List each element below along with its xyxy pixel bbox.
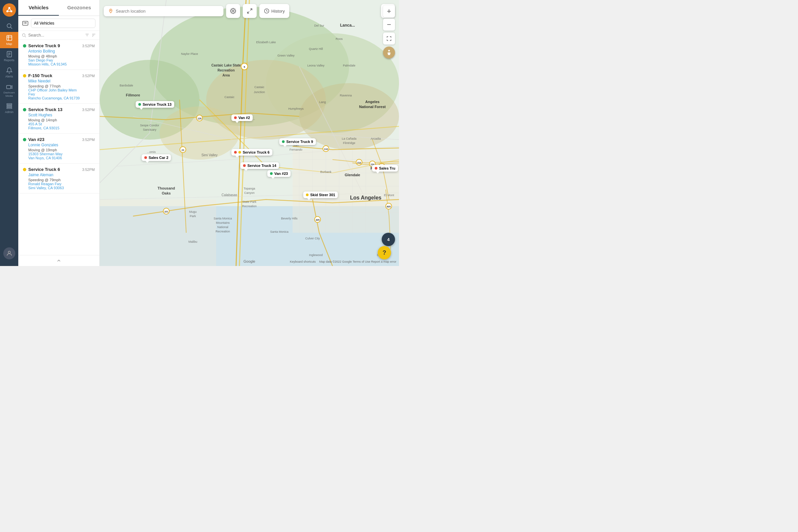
search-icon	[22, 33, 26, 38]
help-button[interactable]: ?	[378, 246, 391, 259]
svg-text:Bardsdale: Bardsdale	[120, 84, 133, 87]
map-marker[interactable]: Sales Tru	[372, 165, 398, 172]
vehicle-status: Moving @ 19mph	[28, 148, 82, 152]
filter-icon[interactable]	[85, 33, 90, 38]
svg-text:Santa Monica: Santa Monica	[270, 230, 288, 233]
marker-dot	[234, 116, 237, 119]
svg-text:Lanca...: Lanca...	[340, 23, 355, 27]
svg-text:101: 101	[164, 210, 168, 213]
svg-text:Naylor Place: Naylor Place	[181, 52, 198, 56]
marker-label: Service Truck 13	[142, 102, 172, 107]
gear-icon	[230, 8, 236, 14]
status-indicator	[23, 108, 26, 111]
svg-text:Roos: Roos	[336, 37, 343, 41]
svg-line-20	[25, 36, 26, 37]
vehicle-list-item[interactable]: Service Truck 13 Scott Hughes Moving @ 1…	[18, 104, 99, 134]
sidebar-item-dashcam[interactable]: Dashcam Media	[0, 81, 18, 100]
map-marker[interactable]: Van #2	[231, 114, 253, 121]
map-marker[interactable]: Service Truck 14	[241, 162, 279, 169]
marker-dot	[144, 156, 147, 159]
notification-count: 4	[387, 237, 390, 242]
driver-name: Jaime Aleman	[28, 173, 82, 177]
status-indicator	[23, 44, 26, 48]
scroll-up-button[interactable]	[18, 255, 99, 266]
svg-text:Los Angeles: Los Angeles	[350, 195, 382, 201]
svg-text:118: 118	[324, 148, 328, 150]
svg-text:405: 405	[316, 219, 320, 221]
map-marker[interactable]: Service Truck 13	[136, 101, 174, 108]
vehicle-list-item[interactable]: Van #23 Lonnie Gonzales Moving @ 19mph 1…	[18, 134, 99, 164]
map-marker[interactable]: Service Truck 6	[231, 149, 272, 156]
svg-line-3	[7, 8, 9, 11]
map-background[interactable]: 5 126 118 23 101 405 210	[100, 0, 399, 266]
status-indicator	[23, 74, 26, 77]
expand-button[interactable]	[243, 4, 257, 18]
sidebar-item-reports[interactable]: Reports	[0, 48, 18, 64]
map-marker[interactable]: Sales Car 2	[141, 154, 171, 161]
vehicle-name: Van #23	[28, 137, 44, 142]
vehicle-search-input[interactable]	[28, 33, 83, 38]
fullscreen-button[interactable]	[383, 33, 395, 44]
vehicle-timestamp: 3:52PM	[82, 137, 95, 160]
sidebar-item-admin[interactable]: Admin	[0, 100, 18, 116]
keyboard-shortcuts[interactable]: Keyboard shortcuts	[290, 260, 316, 263]
user-avatar[interactable]	[3, 247, 15, 259]
svg-text:National: National	[217, 225, 228, 229]
sidebar-bottom	[0, 244, 18, 263]
vehicle-list-item[interactable]: Service Truck 9 Antonio Bolling Moving @…	[18, 40, 99, 70]
svg-text:...omis: ...omis	[147, 150, 156, 154]
svg-line-4	[9, 8, 11, 11]
sidebar-item-alerts[interactable]: Alerts	[0, 64, 18, 81]
svg-text:Fernando: Fernando	[290, 148, 303, 151]
vehicle-address-line2: Rancho Cucamonga, CA 91739	[28, 96, 82, 100]
zoom-out-button[interactable]: −	[383, 19, 395, 31]
vehicle-filter-select[interactable]: All Vehicles	[31, 19, 95, 28]
vehicle-status: Speeding @ 77mph	[28, 84, 82, 88]
attribution-text: Map data ©2022 Google Terms of Use Repor…	[319, 260, 396, 263]
vehicle-list: Service Truck 9 Antonio Bolling Moving @…	[18, 40, 99, 255]
svg-text:Park: Park	[190, 214, 196, 218]
marker-dot	[243, 164, 246, 167]
svg-point-124	[110, 10, 111, 11]
svg-text:Recreation: Recreation	[242, 205, 257, 208]
marker-label: Van #2	[239, 116, 250, 120]
svg-text:Recreation: Recreation	[215, 230, 230, 233]
vehicle-status: Moving @ 14mph	[28, 118, 82, 122]
svg-point-130	[388, 50, 390, 52]
svg-text:El Mont: El Mont	[384, 193, 394, 197]
clock-icon	[264, 8, 269, 14]
vehicle-address-line2: Mission Hills, CA 91345	[28, 62, 82, 66]
street-view-button[interactable]	[383, 46, 395, 58]
zoom-in-button[interactable]: +	[383, 5, 395, 17]
map-marker[interactable]: Skid Steer 301	[303, 191, 338, 198]
svg-text:Humphreys: Humphreys	[288, 107, 304, 110]
svg-line-127	[247, 12, 249, 13]
map-marker[interactable]: Van #23	[267, 170, 291, 177]
marker-dot	[270, 172, 273, 175]
tab-geozones[interactable]: Geozones	[59, 0, 99, 16]
vehicle-address-line1: 15303 Sherman Way	[28, 152, 82, 156]
map-marker[interactable]: Service Truck 9	[279, 138, 316, 145]
sidebar-item-map[interactable]: Map	[0, 32, 18, 48]
map-search-bar	[104, 6, 224, 16]
tab-vehicles[interactable]: Vehicles	[18, 0, 59, 16]
history-button[interactable]: History	[259, 4, 289, 18]
filter-row: All Vehicles	[18, 16, 99, 31]
svg-text:605: 605	[387, 206, 391, 208]
marker-label: Service Truck 14	[247, 164, 276, 168]
svg-text:Calabasas: Calabasas	[222, 193, 237, 197]
vehicle-list-item[interactable]: Service Truck 6 Jaime Aleman Speeding @ …	[18, 164, 99, 193]
sidebar-item-search[interactable]	[0, 20, 18, 32]
notification-badge[interactable]: 4	[382, 233, 395, 246]
marker-label: Service Truck 6	[243, 150, 270, 154]
app-logo[interactable]	[3, 3, 16, 17]
vehicle-address-line1: Ronald Reagan Fwy	[28, 182, 82, 186]
svg-text:La Cañada: La Cañada	[342, 137, 357, 140]
settings-button[interactable]	[226, 4, 240, 18]
marker-dot	[375, 167, 377, 170]
vehicle-status: Speeding @ 79mph	[28, 178, 82, 182]
location-search-input[interactable]	[116, 8, 219, 14]
vehicle-list-item[interactable]: F-150 Truck Mike Needel Speeding @ 77mph…	[18, 70, 99, 104]
vehicle-timestamp: 3:52PM	[82, 73, 95, 100]
sort-icon[interactable]	[92, 33, 96, 38]
